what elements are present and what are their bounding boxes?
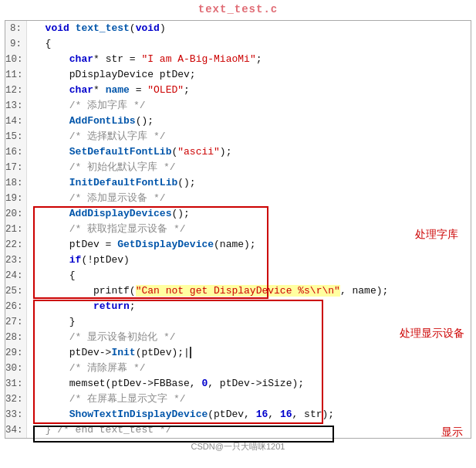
table-row: 15: /* 选择默认字库 */: [5, 129, 471, 144]
table-row: 30: /* 清除屏幕 */: [5, 361, 471, 376]
line-content: memset(ptDev->FBBase, 0, ptDev->iSize);: [27, 376, 471, 392]
attribution: CSDN@一只大喵咪1201: [0, 439, 476, 453]
line-number: 22:: [5, 237, 27, 253]
table-row: 18: InitDefaultFontLib();: [5, 175, 471, 191]
table-row: 14: AddFontLibs();: [5, 114, 471, 129]
line-number: 28:: [5, 330, 27, 345]
table-row: 19: /* 添加显示设备 */: [5, 191, 471, 206]
table-row: 25: printf("Can not get DisplayDevice %s…: [5, 283, 471, 299]
line-number: 14:: [5, 114, 27, 129]
line-content: /* 选择默认字库 */: [27, 129, 471, 144]
line-number: 33:: [5, 407, 27, 422]
line-content: ptDev = GetDisplayDevice(name);: [27, 237, 471, 253]
table-row: 24: {: [5, 268, 471, 283]
line-content: AddFontLibs();: [27, 114, 471, 129]
line-number: 32:: [5, 392, 27, 407]
line-content: /* 在屏幕上显示文字 */: [27, 392, 471, 407]
line-content: printf("Can not get DisplayDevice %s\r\n…: [27, 283, 471, 299]
line-content: AddDisplayDevices();: [27, 206, 471, 222]
line-number: 24:: [5, 268, 27, 283]
line-number: 16:: [5, 144, 27, 160]
table-row: 21: /* 获取指定显示设备 */: [5, 222, 471, 237]
line-number: 8:: [5, 21, 27, 36]
line-content: /* 添加显示设备 */: [27, 191, 471, 206]
line-content: {: [27, 268, 471, 283]
line-content: char* name = "OLED";: [27, 83, 471, 98]
table-row: 23: if(!ptDev): [5, 253, 471, 268]
table-row: 16: SetDefaultFontLib("ascii");: [5, 144, 471, 160]
line-number: 34:: [5, 422, 27, 438]
line-number: 18:: [5, 175, 27, 191]
line-content: /* 初始化默认字库 */: [27, 160, 471, 175]
line-number: 17:: [5, 160, 27, 175]
table-row: 33: ShowTextInDisplayDevice(ptDev, 16, 1…: [5, 407, 471, 422]
line-number: 23:: [5, 253, 27, 268]
line-content: } /* end text_test */: [27, 422, 471, 438]
line-content: /* 获取指定显示设备 */: [27, 222, 471, 237]
line-number: 11:: [5, 67, 27, 83]
line-number: 13:: [5, 98, 27, 114]
line-content: if(!ptDev): [27, 253, 471, 268]
line-number: 26:: [5, 299, 27, 314]
line-number: 25:: [5, 283, 27, 299]
line-number: 31:: [5, 376, 27, 392]
line-content: char* str = "I am A-Big-MiaoMi";: [27, 52, 471, 67]
line-content: /* 添加字库 */: [27, 98, 471, 114]
table-row: 11: pDisplayDevice ptDev;: [5, 67, 471, 83]
line-content: {: [27, 36, 471, 52]
line-number: 30:: [5, 361, 27, 376]
line-number: 21:: [5, 222, 27, 237]
line-number: 19:: [5, 191, 27, 206]
show-label: 显示: [441, 426, 463, 439]
display-device-label: 处理显示设备: [400, 327, 464, 341]
line-content: SetDefaultFontLib("ascii");: [27, 144, 471, 160]
line-content: /* 清除屏幕 */: [27, 361, 471, 376]
font-lib-label: 处理字库: [415, 228, 458, 242]
line-number: 27:: [5, 314, 27, 330]
code-area: 8: void text_test(void)9: {10: char* str…: [5, 20, 471, 439]
table-row: 17: /* 初始化默认字库 */: [5, 160, 471, 175]
line-number: 20:: [5, 206, 27, 222]
table-row: 8: void text_test(void): [5, 21, 471, 36]
line-content: ShowTextInDisplayDevice(ptDev, 16, 16, s…: [27, 407, 471, 422]
table-row: 34: } /* end text_test */: [5, 422, 471, 438]
title-bar: text_test.c: [0, 0, 476, 20]
line-content: return;: [27, 299, 471, 314]
table-row: 26: return;: [5, 299, 471, 314]
table-row: 32: /* 在屏幕上显示文字 */: [5, 392, 471, 407]
line-number: 29:: [5, 345, 27, 361]
file-title: text_test.c: [198, 3, 278, 15]
table-row: 13: /* 添加字库 */: [5, 98, 471, 114]
line-number: 12:: [5, 83, 27, 98]
table-row: 12: char* name = "OLED";: [5, 83, 471, 98]
line-content: ptDev->Init(ptDev);|: [27, 345, 471, 361]
line-number: 10:: [5, 52, 27, 67]
table-row: 31: memset(ptDev->FBBase, 0, ptDev->iSiz…: [5, 376, 471, 392]
line-number: 9:: [5, 36, 27, 52]
line-content: InitDefaultFontLib();: [27, 175, 471, 191]
table-row: 10: char* str = "I am A-Big-MiaoMi";: [5, 52, 471, 67]
table-row: 9: {: [5, 36, 471, 52]
table-row: 29: ptDev->Init(ptDev);|: [5, 345, 471, 361]
line-content: void text_test(void): [27, 21, 471, 36]
line-content: pDisplayDevice ptDev;: [27, 67, 471, 83]
table-row: 22: ptDev = GetDisplayDevice(name);: [5, 237, 471, 253]
line-number: 15:: [5, 129, 27, 144]
table-row: 20: AddDisplayDevices();: [5, 206, 471, 222]
